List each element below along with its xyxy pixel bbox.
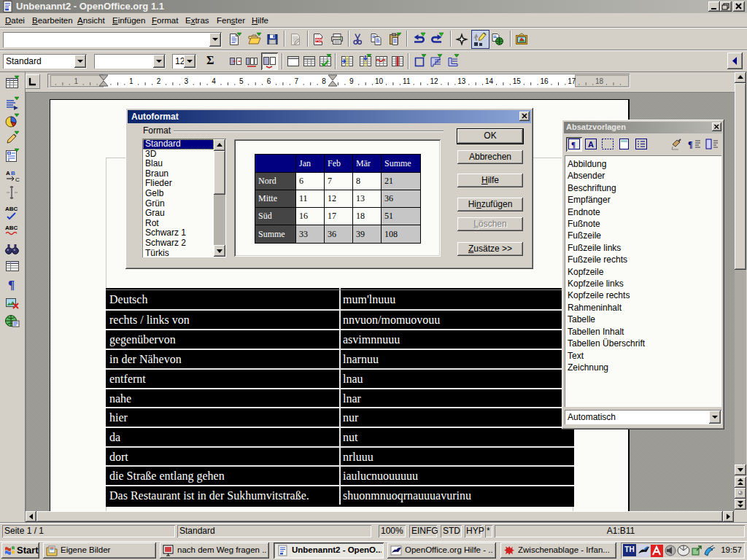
svg-text:4: 4 <box>212 77 216 85</box>
svg-text:13: 13 <box>457 77 466 85</box>
svg-text:C: C <box>15 176 20 183</box>
svg-text:16: 16 <box>541 77 549 85</box>
svg-text:1: 1 <box>74 77 79 85</box>
svg-text:12: 12 <box>430 77 439 85</box>
svg-text:ABC: ABC <box>5 206 18 212</box>
svg-text:PDF: PDF <box>316 38 325 42</box>
svg-text:¶: ¶ <box>688 139 692 149</box>
svg-text:17: 17 <box>568 77 576 85</box>
svg-text:11: 11 <box>403 77 411 85</box>
svg-text:7: 7 <box>295 77 299 85</box>
svg-text:B: B <box>11 170 15 176</box>
svg-text:9: 9 <box>349 77 354 85</box>
svg-text:3: 3 <box>185 77 189 85</box>
svg-text:2: 2 <box>157 77 161 85</box>
svg-text:5: 5 <box>239 77 244 85</box>
svg-text:A: A <box>6 170 10 176</box>
svg-text:A: A <box>588 140 594 149</box>
svg-text:1: 1 <box>129 77 133 85</box>
svg-text:10: 10 <box>375 77 384 85</box>
svg-text:15: 15 <box>513 77 522 85</box>
svg-text:ABC: ABC <box>5 225 18 231</box>
svg-text:8: 8 <box>322 77 326 85</box>
svg-text:6: 6 <box>267 77 271 85</box>
svg-text:14: 14 <box>485 77 494 85</box>
svg-text:¶: ¶ <box>571 140 576 149</box>
svg-text:18: 18 <box>595 77 604 85</box>
